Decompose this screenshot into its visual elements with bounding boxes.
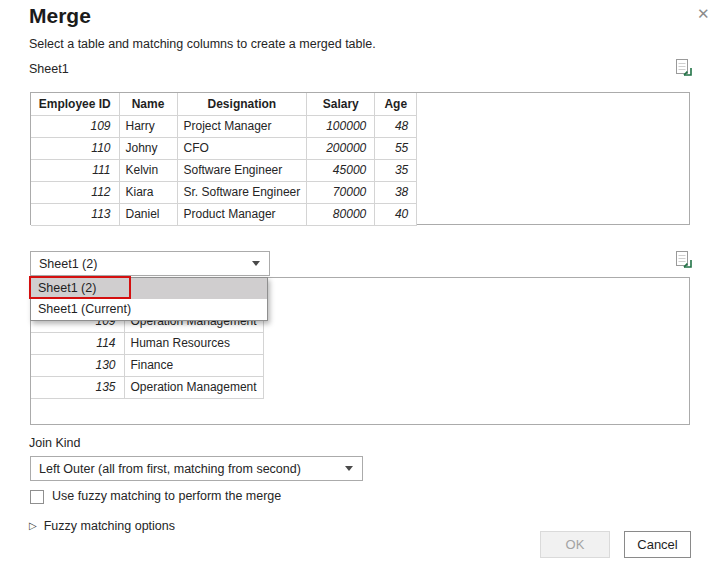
table-cell[interactable]: 38 (375, 181, 417, 203)
table-cell[interactable]: Human Resources (124, 332, 263, 354)
table-cell[interactable]: 100000 (307, 115, 375, 137)
table-cell[interactable]: Product Manager (177, 203, 307, 225)
table-cell[interactable]: Johny (119, 137, 177, 159)
expander-triangle-icon: ▷ (29, 521, 37, 531)
table-cell[interactable]: 109 (31, 115, 119, 137)
dialog-title: Merge (29, 4, 91, 28)
column-header[interactable]: Salary (307, 93, 375, 115)
table-cell[interactable]: Project Manager (177, 115, 307, 137)
table-cell[interactable]: 55 (375, 137, 417, 159)
table-select-value: Sheet1 (2) (39, 257, 97, 271)
first-table-label: Sheet1 (29, 62, 69, 76)
table-cell[interactable]: 200000 (307, 137, 375, 159)
table-select-dropdown[interactable]: Sheet1 (2) (30, 251, 270, 276)
table-cell[interactable]: Kiara (119, 181, 177, 203)
table-cell[interactable]: CFO (177, 137, 307, 159)
table-cell[interactable]: Software Engineer (177, 159, 307, 181)
table-cell[interactable]: 111 (31, 159, 119, 181)
table-cell[interactable]: 70000 (307, 181, 375, 203)
fuzzy-options-label: Fuzzy matching options (44, 519, 175, 533)
table-select-options: Sheet1 (2)Sheet1 (Current) (30, 277, 268, 321)
table-row: 112KiaraSr. Software Engineer7000038 (31, 181, 417, 203)
table-cell[interactable]: Harry (119, 115, 177, 137)
cancel-button[interactable]: Cancel (624, 531, 691, 558)
table-cell[interactable]: 35 (375, 159, 417, 181)
table-row: 110JohnyCFO20000055 (31, 137, 417, 159)
table-row: 111KelvinSoftware Engineer4500035 (31, 159, 417, 181)
fuzzy-options-expander[interactable]: ▷ Fuzzy matching options (29, 519, 175, 533)
table-cell[interactable]: Daniel (119, 203, 177, 225)
join-kind-dropdown[interactable]: Left Outer (all from first, matching fro… (30, 456, 363, 481)
dropdown-option[interactable]: Sheet1 (2) (31, 278, 267, 299)
table-cell[interactable]: 110 (31, 137, 119, 159)
column-header[interactable]: Employee ID (31, 93, 119, 115)
column-header[interactable]: Designation (177, 93, 307, 115)
table-cell[interactable]: 40 (375, 203, 417, 225)
choose-table-icon[interactable] (674, 58, 694, 78)
second-table: 109Operation Management114Human Resource… (31, 310, 264, 399)
first-table: Employee IDNameDesignationSalaryAge109Ha… (31, 93, 417, 226)
table-cell[interactable]: Finance (124, 354, 263, 376)
ok-button[interactable]: OK (540, 531, 610, 558)
fuzzy-matching-checkbox[interactable] (30, 490, 44, 504)
join-kind-value: Left Outer (all from first, matching fro… (39, 462, 301, 476)
close-icon[interactable]: ✕ (697, 6, 710, 21)
dialog-subtitle: Select a table and matching columns to c… (29, 37, 376, 51)
chevron-down-icon (345, 466, 353, 471)
table-cell[interactable]: 80000 (307, 203, 375, 225)
table-cell[interactable]: 112 (31, 181, 119, 203)
table-cell[interactable]: 135 (31, 376, 124, 398)
table-cell[interactable]: Sr. Software Engineer (177, 181, 307, 203)
table-row: 130Finance (31, 354, 263, 376)
header-row: Employee IDNameDesignationSalaryAge (31, 93, 417, 115)
table-cell[interactable]: 114 (31, 332, 124, 354)
table-cell[interactable]: Kelvin (119, 159, 177, 181)
table-cell[interactable]: 113 (31, 203, 119, 225)
table-row: 109HarryProject Manager10000048 (31, 115, 417, 137)
table-cell[interactable]: 45000 (307, 159, 375, 181)
table-row: 135Operation Management (31, 376, 263, 398)
fuzzy-matching-label: Use fuzzy matching to perform the merge (52, 489, 281, 503)
table-cell[interactable]: 48 (375, 115, 417, 137)
join-kind-label: Join Kind (29, 436, 80, 450)
table-row: 113DanielProduct Manager8000040 (31, 203, 417, 225)
table-cell[interactable]: 130 (31, 354, 124, 376)
choose-table-icon[interactable] (674, 250, 694, 270)
dropdown-option[interactable]: Sheet1 (Current) (31, 299, 267, 320)
table-cell[interactable]: Operation Management (124, 376, 263, 398)
column-header[interactable]: Name (119, 93, 177, 115)
table-row: 114Human Resources (31, 332, 263, 354)
chevron-down-icon (252, 261, 260, 266)
column-header[interactable]: Age (375, 93, 417, 115)
first-table-grid: Employee IDNameDesignationSalaryAge109Ha… (30, 92, 690, 225)
